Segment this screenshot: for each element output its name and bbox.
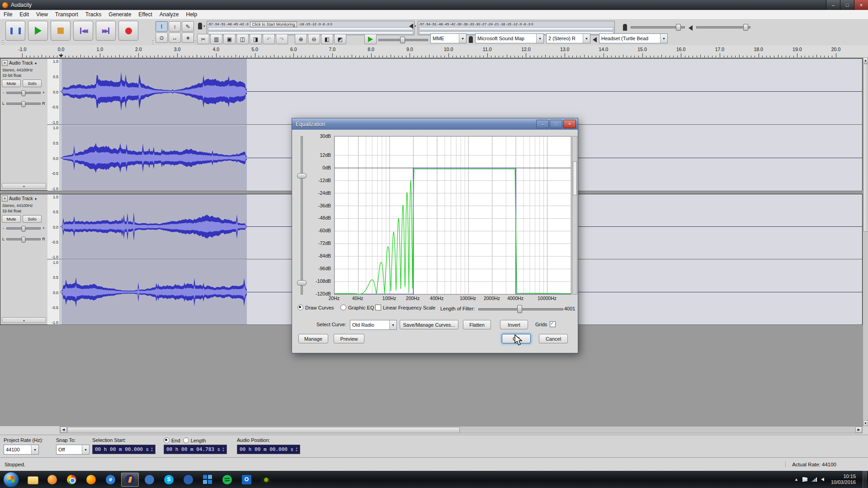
taskbar-icon-outlook[interactable]: O xyxy=(238,473,255,487)
cancel-button[interactable]: Cancel xyxy=(539,334,568,343)
save-manage-curves-button[interactable]: Save/Manage Curves... xyxy=(400,320,458,329)
skip-to-end-button[interactable]: ▶▶ xyxy=(96,21,116,41)
length-slider-thumb[interactable] xyxy=(517,305,522,313)
play-at-speed-button[interactable] xyxy=(364,34,377,44)
scroll-left-arrow[interactable]: ◀ xyxy=(60,427,67,433)
silence-audio-button[interactable]: ◨ xyxy=(250,34,262,44)
playback-speed-slider[interactable] xyxy=(378,36,428,43)
multi-tool-button[interactable]: ∗ xyxy=(182,33,194,43)
stop-button[interactable] xyxy=(51,21,71,41)
flatten-button[interactable]: Flatten xyxy=(463,320,491,329)
track-close-button[interactable]: × xyxy=(2,60,8,66)
audio-host-select[interactable]: MME▾ xyxy=(430,33,467,43)
fit-project-button[interactable]: ◩ xyxy=(334,34,346,44)
start-button[interactable] xyxy=(3,472,19,488)
gain-slider[interactable]: -+ xyxy=(2,226,45,230)
solo-button[interactable]: Solo xyxy=(23,215,42,223)
scroll-right-arrow[interactable]: ▶ xyxy=(855,427,862,433)
invert-button[interactable]: Invert xyxy=(500,320,528,329)
cut-button[interactable]: ✂ xyxy=(197,34,209,44)
horizontal-scroll-thumb[interactable] xyxy=(67,427,460,433)
eq-graph-scrollbar[interactable] xyxy=(572,136,577,295)
menu-item-effect[interactable]: Effect xyxy=(135,10,156,19)
preview-button[interactable]: Preview xyxy=(334,334,364,343)
taskbar-icon-app-tiles[interactable] xyxy=(199,473,217,487)
audio-position-field[interactable]: 00 h 00 m 00.000 s▲▼ xyxy=(237,445,300,454)
db-max-slider-thumb[interactable] xyxy=(297,173,307,178)
vertical-scale-ruler[interactable]: 1.00.50.0-0.5-1.0 xyxy=(47,125,60,191)
show-desktop-button[interactable] xyxy=(863,471,867,488)
close-button[interactable]: × xyxy=(854,0,868,10)
gain-slider[interactable]: -+ xyxy=(2,90,45,95)
minimize-button[interactable]: – xyxy=(826,0,840,10)
db-range-slider[interactable] xyxy=(301,136,303,295)
dialog-maximize-button[interactable]: □ xyxy=(550,120,562,128)
playback-device-select[interactable]: Headset (Turtle Bead▾ xyxy=(599,33,668,43)
menu-item-analyze[interactable]: Analyze xyxy=(156,10,183,19)
timeline-ruler[interactable]: -1.00.01.02.03.04.05.06.07.08.09.010.011… xyxy=(0,45,868,58)
timeshift-tool-button[interactable]: ↔ xyxy=(169,33,181,43)
redo-button[interactable]: ↷ xyxy=(276,34,288,44)
draw-tool-button[interactable]: ✎ xyxy=(182,21,194,32)
dialog-close-button[interactable]: × xyxy=(563,120,576,128)
selection-start-field[interactable]: 00 h 00 m 00.000 s▲▼ xyxy=(92,445,156,454)
mute-button[interactable]: Mute xyxy=(2,215,21,223)
db-min-slider-thumb[interactable] xyxy=(297,280,307,286)
taskbar-icon-spotify[interactable] xyxy=(218,473,236,487)
play-button[interactable] xyxy=(28,21,48,41)
taskbar-icon-internet-explorer[interactable]: e xyxy=(102,473,119,487)
end-radio[interactable]: End xyxy=(164,437,180,443)
menu-item-file[interactable]: File xyxy=(0,10,16,19)
taskbar-icon-app-blue-1[interactable] xyxy=(141,473,158,487)
taskbar-clock[interactable]: 10:15 10/03/2016 xyxy=(831,474,856,485)
zoom-in-button[interactable]: ⊕ xyxy=(295,34,307,44)
taskbar-icon-skype[interactable]: S xyxy=(160,473,178,487)
monitoring-overlay[interactable]: Click to Start Monitoring xyxy=(250,22,297,27)
spinner-icon[interactable]: ▲▼ xyxy=(222,447,224,452)
curve-select[interactable]: Old Radio▾ xyxy=(350,320,397,330)
pan-slider[interactable]: LR xyxy=(2,101,45,106)
volume-icon[interactable] xyxy=(821,478,824,481)
zoom-out-button[interactable]: ⊖ xyxy=(308,34,320,44)
waveform-area[interactable] xyxy=(60,59,862,124)
snap-to-select[interactable]: Off▾ xyxy=(56,445,90,455)
taskbar-icon-audacity[interactable] xyxy=(121,473,139,487)
selection-tool-button[interactable]: I xyxy=(156,21,168,32)
linear-frequency-checkbox[interactable]: Linear Frequency Scale xyxy=(375,305,435,310)
scroll-up-arrow[interactable]: ▲ xyxy=(863,57,868,63)
network-icon[interactable] xyxy=(811,477,817,482)
vertical-scroll-thumb[interactable] xyxy=(863,64,868,232)
skip-to-start-button[interactable]: ◀◀ xyxy=(73,21,93,41)
horizontal-scrollbar[interactable]: ◀ ▶ xyxy=(60,426,863,433)
draw-curves-radio[interactable]: Draw Curves xyxy=(297,305,334,310)
menu-item-help[interactable]: Help xyxy=(183,10,201,19)
zoom-tool-button[interactable]: ⊙ xyxy=(156,33,168,43)
tray-expand-icon[interactable]: ▲ xyxy=(794,477,798,482)
dialog-minimize-button[interactable]: – xyxy=(536,120,549,128)
vertical-scale-ruler[interactable]: 1.00.50.0-0.5-1.0 xyxy=(47,194,60,259)
taskbar-icon-windows-explorer[interactable] xyxy=(24,473,42,487)
trim-audio-button[interactable]: ◫ xyxy=(236,34,249,44)
eq-graph-scroll-thumb[interactable] xyxy=(573,161,577,195)
vertical-scale-ruler[interactable]: 1.00.50.0-0.5-1.0 xyxy=(47,260,60,324)
vertical-scale-ruler[interactable]: 1.00.50.0-0.5-1.0 xyxy=(47,59,60,124)
recording-device-select[interactable]: Microsoft Sound Map▾ xyxy=(475,33,544,43)
graphic-eq-radio[interactable]: Graphic EQ xyxy=(340,305,374,310)
menu-item-edit[interactable]: Edit xyxy=(16,10,33,19)
spinner-icon[interactable]: ▲▼ xyxy=(296,447,297,452)
action-center-icon[interactable] xyxy=(802,477,807,482)
paste-button[interactable]: ▣ xyxy=(223,34,236,44)
track-close-button[interactable]: × xyxy=(2,196,8,202)
menu-item-tracks[interactable]: Tracks xyxy=(82,10,105,19)
eq-graph[interactable] xyxy=(334,136,571,295)
mute-button[interactable]: Mute xyxy=(2,80,21,87)
fit-selection-button[interactable]: ◧ xyxy=(321,34,333,44)
solo-button[interactable]: Solo xyxy=(23,80,42,87)
pan-slider[interactable]: LR xyxy=(2,237,45,241)
manage-button[interactable]: Manage xyxy=(298,334,328,343)
menu-item-generate[interactable]: Generate xyxy=(105,10,135,19)
vertical-scrollbar[interactable]: ▲ ▼ xyxy=(863,57,868,426)
pause-button[interactable] xyxy=(5,21,25,41)
length-radio[interactable]: Length xyxy=(183,437,206,443)
track-collapse-button[interactable]: ▲ xyxy=(2,183,46,189)
